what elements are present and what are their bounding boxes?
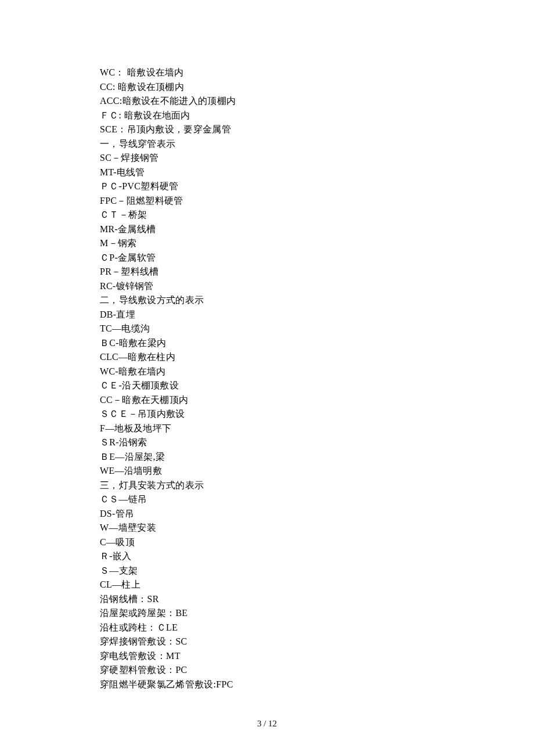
text-line: CC－暗敷在天棚顶内 (100, 393, 436, 408)
text-line: ＰＣ-PVC塑料硬管 (100, 179, 436, 194)
text-line: 穿焊接钢管敷设：SC (100, 635, 436, 649)
text-line: W—墙壁安装 (100, 521, 436, 535)
text-line: ＣＳ—链吊 (100, 492, 436, 507)
text-line: ACC:暗敷设在不能进入的顶棚内 (100, 94, 436, 109)
text-line: WE—沿墙明敷 (100, 464, 436, 478)
text-line: RC-镀锌钢管 (100, 279, 436, 294)
text-line: 三，灯具安装方式的表示 (100, 478, 436, 493)
text-line: 穿电线管敷设：MT (100, 649, 436, 664)
text-line: ＣP-金属软管 (100, 251, 436, 265)
text-line: ＢE—沿屋架,梁 (100, 450, 436, 465)
text-line: TC—电缆沟 (100, 322, 436, 336)
text-line: Ｒ-嵌入 (100, 549, 436, 564)
text-line: Ｓ—支架 (100, 564, 436, 578)
text-line: ＳＣＥ－吊顶内敷设 (100, 407, 436, 422)
text-line: 沿柱或跨柱：ＣLE (100, 621, 436, 635)
text-line: DB-直埋 (100, 308, 436, 322)
text-line: FPC－阻燃塑料硬管 (100, 194, 436, 208)
page-number: 3 / 12 (0, 719, 534, 729)
text-line: 二，导线敷设方式的表示 (100, 293, 436, 308)
text-line: 沿屋架或跨屋架：BE (100, 606, 436, 621)
text-line: 沿钢线槽：SR (100, 592, 436, 607)
text-line: PR－塑料线槽 (100, 265, 436, 279)
text-line: ＣＴ－桥架 (100, 208, 436, 222)
text-line: WC-暗敷在墙内 (100, 365, 436, 379)
text-line: SCE：吊顶内敷设，要穿金属管 (100, 123, 436, 137)
text-line: ＣＥ-沿天棚顶敷设 (100, 379, 436, 393)
text-line: M－钢索 (100, 236, 436, 251)
text-line: CL—柱上 (100, 578, 436, 592)
text-line: F—地板及地坪下 (100, 422, 436, 436)
text-line: 一，导线穿管表示 (100, 137, 436, 152)
text-line: SC－焊接钢管 (100, 151, 436, 165)
text-line: WC： 暗敷设在墙内 (100, 66, 436, 80)
text-line: CLC—暗敷在柱内 (100, 350, 436, 365)
text-line: 穿硬塑料管敷设：PC (100, 663, 436, 678)
text-line: DS-管吊 (100, 507, 436, 521)
text-line: MR-金属线槽 (100, 222, 436, 237)
text-line: ＳR-沿钢索 (100, 435, 436, 450)
text-line: C—吸顶 (100, 535, 436, 550)
text-line: CC: 暗敷设在顶棚内 (100, 80, 436, 95)
text-line: MT-电线管 (100, 165, 436, 180)
text-line: ＢC-暗敷在梁内 (100, 336, 436, 351)
text-line: ＦＣ: 暗敷设在地面内 (100, 109, 436, 123)
text-line: 穿阻燃半硬聚氯乙烯管敷设:FPC (100, 678, 436, 692)
document-content: WC： 暗敷设在墙内 CC: 暗敷设在顶棚内 ACC:暗敷设在不能进入的顶棚内 … (100, 66, 436, 692)
